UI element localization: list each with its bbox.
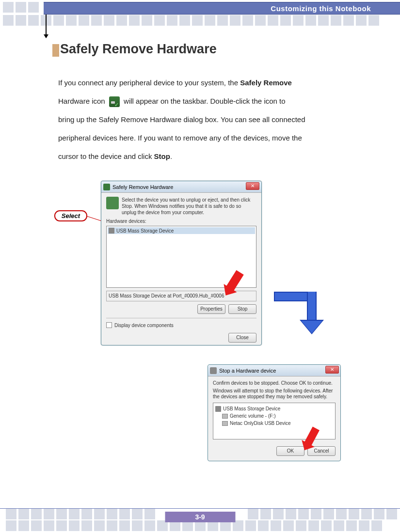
dialog-instruction: Select the device you want to unplug or … <box>122 197 256 216</box>
chapter-header: Customizing this Notebook <box>44 2 400 15</box>
dialog2-app-icon <box>210 367 217 374</box>
display-components-label: Display device components <box>114 323 174 328</box>
stop-button[interactable]: Stop <box>228 304 256 314</box>
confirm-text-2: Windows will attempt to stop the followi… <box>213 388 336 400</box>
body-paragraph: If you connect any peripheral device to … <box>58 74 352 166</box>
dialog2-titlebar: Stop a Hardware device ✕ <box>208 365 340 376</box>
drive-icon <box>222 414 228 419</box>
disk-icon <box>222 421 228 426</box>
device-list-item[interactable]: USB Mass Storage Device <box>108 227 255 234</box>
device-item-label: USB Mass Storage Device <box>116 228 174 234</box>
section-heading: Safely Remove Hardware <box>52 42 217 57</box>
display-components-checkbox[interactable] <box>106 322 112 328</box>
dialog-title: Safely Remove Hardware <box>112 184 173 190</box>
dialog-app-icon <box>103 184 110 190</box>
section-heading-text: Safely Remove Hardware <box>60 42 217 56</box>
tree-item-disk[interactable]: Netac OnlyDisk USB Device <box>215 420 333 427</box>
properties-button[interactable]: Properties <box>197 304 225 314</box>
info-icon <box>106 197 119 209</box>
stop-hardware-device-dialog: Stop a Hardware device ✕ Confirm devices… <box>208 364 341 461</box>
hardware-devices-label: Hardware devices: <box>106 219 256 224</box>
select-callout: Select <box>54 210 87 221</box>
close-icon[interactable]: ✕ <box>325 366 339 374</box>
close-icon[interactable]: ✕ <box>246 182 259 190</box>
dialog-titlebar: Safely Remove Hardware ✕ <box>101 181 261 193</box>
safely-remove-tray-icon <box>109 96 120 107</box>
confirm-text-1: Confirm devices to be stopped. Choose OK… <box>213 380 336 386</box>
tree-item-volume[interactable]: Generic volume - (F:) <box>215 412 333 420</box>
safely-remove-hardware-dialog: Safely Remove Hardware ✕ Select the devi… <box>101 181 262 345</box>
down-arrow-marker <box>46 15 47 38</box>
dialog2-title: Stop a Hardware device <box>219 368 276 374</box>
page-number: 3-9 <box>165 512 235 522</box>
close-button[interactable]: Close <box>228 333 256 343</box>
usb-device-icon <box>215 406 221 412</box>
tree-item-usb[interactable]: USB Mass Storage Device <box>215 405 333 412</box>
usb-device-icon <box>109 228 114 234</box>
